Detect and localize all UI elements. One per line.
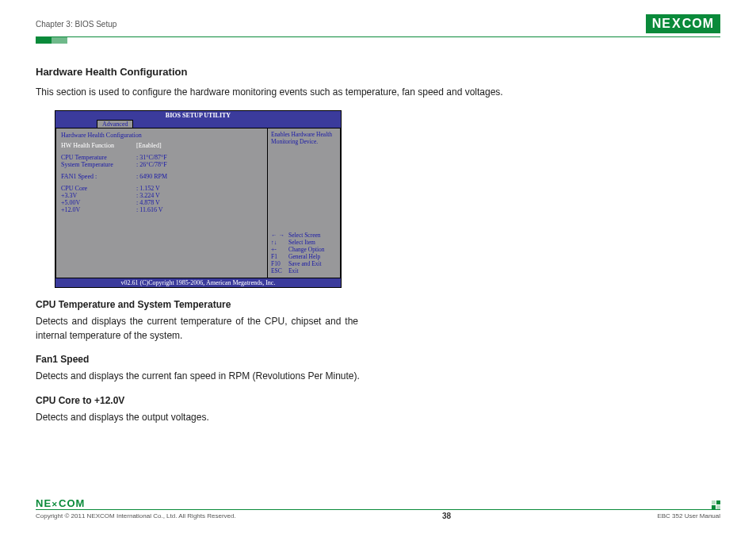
bios-row: +5.00V: 4.878 V [61, 199, 262, 206]
chapter-label: Chapter 3: BIOS Setup [36, 20, 116, 29]
bios-right-panel: Enables Hardware Health Monitoring Devic… [268, 128, 341, 278]
page-header: Chapter 3: BIOS Setup NEXCOM [36, 14, 720, 33]
footer-brand-logo: NE✕COM [36, 497, 720, 509]
copyright-text: Copyright © 2011 NEXCOM International Co… [36, 512, 236, 520]
bios-left-panel: Hardware Health Configuration HW Health … [55, 128, 268, 278]
bios-row: System Temperature: 26°C/78°F [61, 161, 262, 168]
bios-tab-advanced: Advanced [97, 120, 133, 128]
main-content: Hardware Health Configuration This secti… [36, 44, 720, 424]
cpu-temp-title: CPU Temperature and System Temperature [36, 299, 720, 310]
page-footer: NE✕COM Copyright © 2011 NEXCOM Internati… [36, 497, 720, 520]
page-number: 38 [442, 512, 451, 520]
bios-row: CPU Core: 1.152 V [61, 185, 262, 192]
hw-health-title: Hardware Health Configuration [36, 66, 720, 78]
bios-tabs: Advanced [55, 120, 341, 128]
volt-body: Detects and displays the output voltages… [36, 411, 720, 424]
bios-help-text: Enables Hardware Health Monitoring Devic… [271, 132, 337, 145]
cpu-temp-body: Detects and displays the current tempera… [36, 315, 358, 343]
bios-title: BIOS SETUP UTILITY [55, 111, 341, 120]
bios-key-legend: ← →Select Screen ↑↓Select Item +-Change … [271, 232, 337, 274]
bios-footer: v02.61 (C)Copyright 1985-2006, American … [55, 278, 341, 287]
bios-heading: Hardware Health Configuration [61, 132, 262, 139]
bios-row: +3.3V: 3.224 V [61, 192, 262, 199]
bios-row: +12.0V: 11.616 V [61, 206, 262, 213]
bios-screenshot: BIOS SETUP UTILITY Advanced Hardware Hea… [55, 110, 342, 288]
fan1-body: Detects and displays the current fan spe… [36, 370, 720, 383]
header-accent [36, 37, 720, 44]
bios-row: FAN1 Speed :: 6490 RPM [61, 173, 262, 180]
brand-logo: NEXCOM [646, 14, 720, 33]
fan1-title: Fan1 Speed [36, 354, 720, 365]
manual-name: EBC 352 User Manual [657, 512, 720, 520]
bios-selected-row: HW Health Function [Enabled] [61, 142, 262, 149]
volt-title: CPU Core to +12.0V [36, 395, 720, 406]
footer-divider [36, 509, 720, 510]
hw-health-body: This section is used to configure the ha… [36, 86, 720, 99]
bios-row: CPU Temperature: 31°C/87°F [61, 154, 262, 161]
footer-accent-icon [712, 500, 720, 509]
